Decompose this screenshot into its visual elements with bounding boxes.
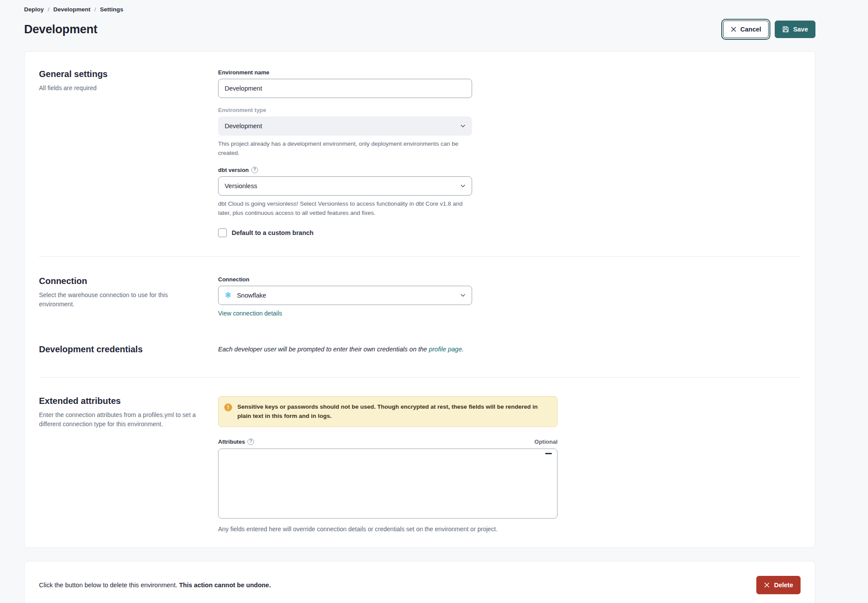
development-credentials-heading: Development credentials — [39, 344, 197, 354]
profile-page-link[interactable]: profile page — [429, 346, 462, 353]
save-icon — [782, 26, 789, 33]
development-credentials-section: Development credentials Each developer u… — [39, 344, 801, 377]
credentials-note-text: Each developer user will be prompted to … — [218, 346, 429, 353]
attributes-textarea[interactable] — [218, 449, 557, 519]
delete-text-bold: This action cannot be undone. — [179, 582, 271, 589]
connection-value: Snowflake — [237, 292, 266, 299]
extended-attributes-section: Extended attributes Enter the connection… — [39, 378, 801, 547]
close-icon — [730, 26, 737, 32]
breadcrumb-separator: / — [48, 6, 49, 13]
extended-attributes-heading: Extended attributes — [39, 396, 197, 406]
breadcrumb: Deploy / Development / Settings — [24, 0, 815, 13]
attributes-editor — [218, 449, 557, 520]
cancel-button[interactable]: Cancel — [723, 21, 769, 38]
header-actions: Cancel Save — [723, 21, 815, 38]
attributes-label-row: Attributes ? Optional — [218, 438, 557, 445]
attributes-label: Attributes ? — [218, 438, 254, 445]
environment-type-help: This project already has a development e… — [218, 140, 472, 158]
environment-type-value: Development — [225, 123, 262, 130]
cancel-button-label: Cancel — [741, 26, 762, 33]
chevron-down-icon — [460, 294, 466, 297]
environment-name-label: Environment name — [218, 69, 801, 76]
save-button[interactable]: Save — [775, 21, 815, 38]
breadcrumb-deploy[interactable]: Deploy — [24, 6, 44, 13]
chevron-down-icon — [460, 124, 466, 128]
warning-text: Sensitive keys or passwords should not b… — [237, 402, 551, 421]
chevron-down-icon — [460, 184, 466, 188]
credentials-note-period: . — [462, 346, 464, 353]
extended-attributes-subheading: Enter the connection attributes from a p… — [39, 410, 197, 429]
attributes-footer: Any fields entered here will override co… — [218, 526, 801, 533]
breadcrumb-settings: Settings — [100, 6, 123, 13]
save-button-label: Save — [793, 26, 808, 33]
general-settings-section: General settings All fields are required… — [39, 52, 801, 256]
custom-branch-checkbox-row[interactable]: Default to a custom branch — [218, 228, 801, 237]
custom-branch-checkbox[interactable] — [218, 228, 227, 237]
snowflake-icon: ❄ — [225, 291, 232, 299]
optional-badge: Optional — [534, 438, 557, 445]
environment-type-label: Environment type — [218, 107, 801, 113]
help-icon[interactable]: ? — [251, 167, 258, 173]
dbt-version-label: dbt version ? — [218, 167, 801, 173]
environment-settings-page: Deploy / Development / Settings Developm… — [0, 0, 868, 603]
connection-section: Connection Select the warehouse connecti… — [39, 257, 801, 344]
connection-label: Connection — [218, 276, 801, 283]
warning-icon: ! — [224, 403, 232, 411]
breadcrumb-separator: / — [95, 6, 96, 13]
delete-environment-card: Click the button below to delete this en… — [24, 561, 815, 603]
delete-button-label: Delete — [774, 582, 793, 589]
breadcrumb-development[interactable]: Development — [53, 6, 91, 13]
dbt-version-help: dbt Cloud is going versionless! Select V… — [218, 200, 472, 218]
delete-button[interactable]: Delete — [756, 576, 801, 594]
help-icon[interactable]: ? — [247, 438, 254, 445]
settings-card: General settings All fields are required… — [24, 51, 815, 548]
connection-select[interactable]: ❄ Snowflake — [218, 286, 472, 305]
page-header: Development Cancel Save — [24, 21, 815, 38]
delete-text-normal: Click the button below to delete this en… — [39, 582, 179, 589]
dbt-version-value: Versionless — [225, 182, 257, 189]
collapse-icon[interactable] — [545, 453, 552, 454]
general-settings-subheading: All fields are required — [39, 84, 197, 93]
credentials-note: Each developer user will be prompted to … — [218, 344, 801, 353]
close-icon — [764, 582, 770, 588]
page-title: Development — [24, 23, 97, 36]
dbt-version-label-text: dbt version — [218, 167, 249, 173]
sensitive-keys-warning: ! Sensitive keys or passwords should not… — [218, 396, 557, 427]
connection-subheading: Select the warehouse connection to use f… — [39, 291, 197, 309]
general-settings-heading: General settings — [39, 69, 197, 79]
view-connection-details-link[interactable]: View connection details — [218, 310, 282, 317]
delete-environment-text: Click the button below to delete this en… — [39, 582, 271, 589]
connection-heading: Connection — [39, 276, 197, 286]
environment-name-input[interactable] — [218, 79, 472, 98]
custom-branch-label: Default to a custom branch — [232, 229, 314, 236]
attributes-label-text: Attributes — [218, 438, 245, 445]
environment-type-select: Development — [218, 116, 472, 136]
dbt-version-select[interactable]: Versionless — [218, 176, 472, 196]
